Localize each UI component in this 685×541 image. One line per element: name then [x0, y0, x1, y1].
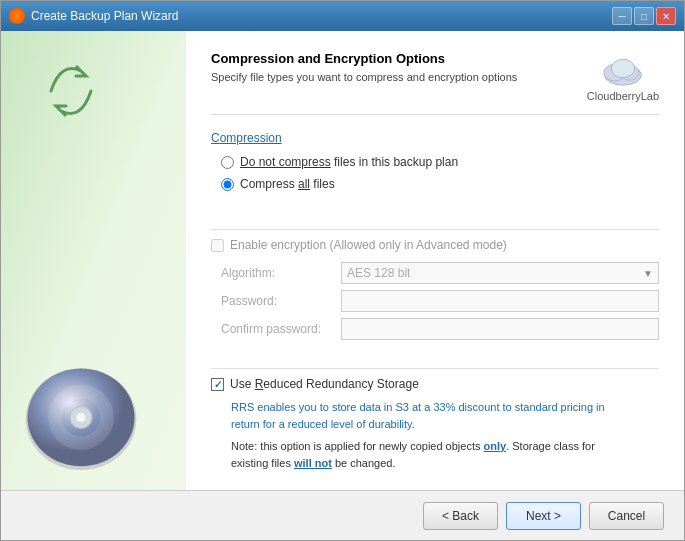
compression-radio-group: Do not compress files in this backup pla…: [211, 155, 659, 191]
cloudberry-logo-icon: [598, 51, 648, 86]
rrs-description: RRS enables you to store data in S3 at a…: [211, 399, 659, 471]
rrs-checkbox-row: Use Reduced Redundancy Storage: [211, 377, 659, 391]
rrs-section: Use Reduced Redundancy Storage RRS enabl…: [211, 377, 659, 471]
password-row: Password:: [211, 290, 659, 312]
encryption-label: Enable encryption (Allowed only in Advan…: [230, 238, 507, 252]
compress-all-label: Compress all files: [240, 177, 335, 191]
rrs-note: Note: this option is applied for newly c…: [231, 438, 659, 471]
right-panel: Compression and Encryption Options Speci…: [186, 31, 684, 490]
algorithm-value: AES 128 bit: [347, 266, 410, 280]
minimize-button[interactable]: ─: [612, 7, 632, 25]
encryption-section: Enable encryption (Allowed only in Advan…: [211, 238, 659, 346]
password-label: Password:: [221, 294, 341, 308]
confirm-password-row: Confirm password:: [211, 318, 659, 340]
wizard-window: Create Backup Plan Wizard ─ □ ✕: [0, 0, 685, 541]
confirm-password-input[interactable]: [341, 318, 659, 340]
logo-area: CloudberryLab: [587, 51, 659, 102]
encryption-checkbox[interactable]: [211, 239, 224, 252]
cancel-button[interactable]: Cancel: [589, 502, 664, 530]
content-area: Compression and Encryption Options Speci…: [1, 31, 684, 490]
maximize-button[interactable]: □: [634, 7, 654, 25]
window-controls: ─ □ ✕: [612, 7, 676, 25]
title-bar: Create Backup Plan Wizard ─ □ ✕: [1, 1, 684, 31]
page-subtitle: Specify file types you want to compress …: [211, 70, 572, 85]
confirm-password-label: Confirm password:: [221, 322, 341, 336]
rrs-checkbox[interactable]: [211, 378, 224, 391]
footer-area: < Back Next > Cancel: [1, 490, 684, 540]
password-input[interactable]: [341, 290, 659, 312]
no-compress-radio[interactable]: [221, 156, 234, 169]
encryption-checkbox-row: Enable encryption (Allowed only in Advan…: [211, 238, 659, 252]
rrs-note-text: Note: this option is applied for newly c…: [231, 440, 595, 469]
divider-2: [211, 368, 659, 369]
rrs-label: Use Reduced Redundancy Storage: [230, 377, 419, 391]
algorithm-label: Algorithm:: [221, 266, 341, 280]
algorithm-row: Algorithm: AES 128 bit ▼: [211, 262, 659, 284]
left-panel: [1, 31, 186, 490]
dropdown-arrow-icon: ▼: [643, 268, 653, 279]
rrs-desc-line1: RRS enables you to store data in S3 at a…: [231, 401, 605, 430]
compress-all-radio[interactable]: [221, 178, 234, 191]
logo-text: CloudberryLab: [587, 90, 659, 102]
next-button[interactable]: Next >: [506, 502, 581, 530]
compression-section-label[interactable]: Compression: [211, 131, 659, 145]
header-text: Compression and Encryption Options Speci…: [211, 51, 572, 85]
decorative-arrows: [31, 51, 111, 131]
svg-point-3: [76, 413, 85, 422]
header-section: Compression and Encryption Options Speci…: [211, 51, 659, 115]
compress-all-option[interactable]: Compress all files: [221, 177, 659, 191]
svg-point-8: [611, 59, 634, 77]
divider-1: [211, 229, 659, 230]
window-icon: [9, 8, 25, 24]
no-compress-label: Do not compress files in this backup pla…: [240, 155, 458, 169]
compression-section: Compression Do not compress files in thi…: [211, 131, 659, 207]
close-button[interactable]: ✕: [656, 7, 676, 25]
cd-graphic: [21, 350, 141, 470]
no-compress-option[interactable]: Do not compress files in this backup pla…: [221, 155, 659, 169]
window-title: Create Backup Plan Wizard: [31, 9, 612, 23]
back-button[interactable]: < Back: [423, 502, 498, 530]
page-title: Compression and Encryption Options: [211, 51, 572, 66]
algorithm-select[interactable]: AES 128 bit ▼: [341, 262, 659, 284]
